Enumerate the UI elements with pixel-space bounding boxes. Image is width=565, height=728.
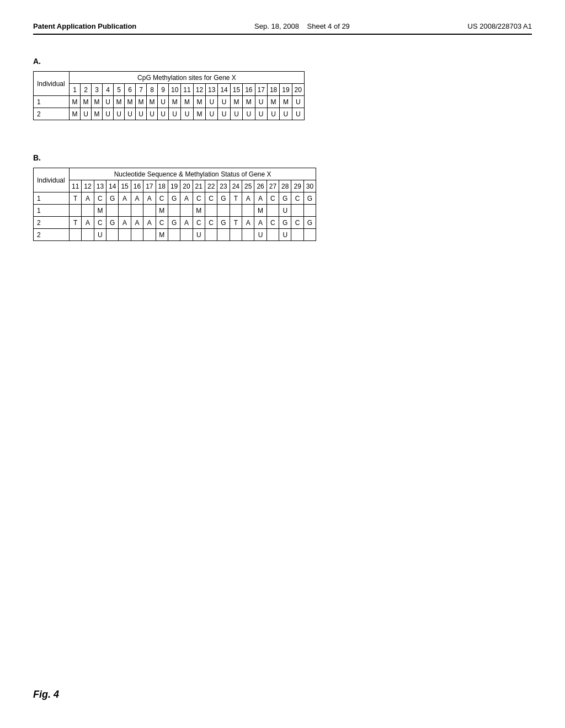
table-row: 1 TACG AAAC GACC GTAA CGCG <box>34 192 316 205</box>
individual-header-a: Individual <box>34 72 70 96</box>
table-b-col-nums: 11121314 15161718 19202122 23242526 2728… <box>34 180 316 192</box>
page-header: Patent Application Publication Sep. 18, … <box>33 22 532 35</box>
table-a-col-nums: 1234567891011121314151617181920 <box>34 84 305 96</box>
table-a-title: CpG Methylation sites for Gene X <box>70 72 305 84</box>
table-row: 1 MMMU MMMM UMMM UUMM UMMU <box>34 96 305 108</box>
table-b: Individual Nucleotide Sequence & Methyla… <box>33 168 316 241</box>
header-date-sheet: Sep. 18, 2008 Sheet 4 of 29 <box>254 22 350 30</box>
individual-header-b: Individual <box>34 168 70 192</box>
section-a: A. Individual CpG Methylation sites for … <box>33 57 532 120</box>
header-publisher: Patent Application Publication <box>33 22 136 30</box>
table-row: 1 M M M M U <box>34 205 316 217</box>
table-row: 2 MUMU UUUU UUUM UUUU UUUU <box>34 108 305 120</box>
figure-label: Fig. 4 <box>33 689 59 700</box>
header-patent-number: US 2008/228703 A1 <box>468 22 532 30</box>
section-b: B. Individual Nucleotide Sequence & Meth… <box>33 153 532 241</box>
table-b-title: Nucleotide Sequence & Methylation Status… <box>70 168 316 180</box>
table-row: 2 TACG AAAC GACC GTAA CGCG <box>34 217 316 229</box>
table-a: Individual CpG Methylation sites for Gen… <box>33 71 305 120</box>
table-row: 2 U M U U U <box>34 229 316 241</box>
section-a-label: A. <box>33 57 532 66</box>
section-b-label: B. <box>33 153 532 162</box>
page: Patent Application Publication Sep. 18, … <box>0 0 565 728</box>
